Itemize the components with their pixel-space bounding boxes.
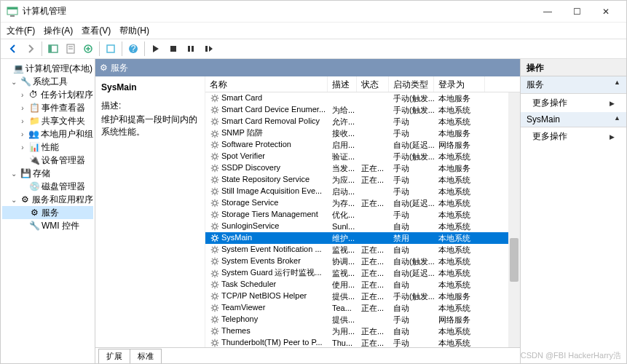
tree-services-apps[interactable]: ⌄⚙服务和应用程序 <box>2 193 93 206</box>
service-row[interactable]: SSDP Discovery当发...正在...手动本地服务 <box>205 162 520 174</box>
menu-view[interactable]: 查看(V) <box>82 25 111 37</box>
svg-rect-2 <box>10 15 15 17</box>
service-row[interactable]: Software Protection启用...自动(延迟...网络服务 <box>205 139 520 151</box>
scrollbar-thumb[interactable] <box>510 238 518 282</box>
tree-disk-manager[interactable]: 💿磁盘管理器 <box>2 180 93 193</box>
svg-rect-1 <box>7 7 17 9</box>
actions-more-1[interactable]: 更多操作▶ <box>521 94 626 112</box>
service-row[interactable]: Storage Service为存...正在...自动(延迟...本地系统 <box>205 197 520 209</box>
actions-more-2[interactable]: 更多操作▶ <box>521 127 626 146</box>
col-status[interactable]: 状态 <box>357 76 389 92</box>
service-row[interactable]: Still Image Acquisition Eve...启动...手动本地系… <box>205 186 520 197</box>
tree-system-tools[interactable]: ⌄🔧系统工具 <box>2 75 93 88</box>
service-row[interactable]: TCP/IP NetBIOS Helper提供...正在...手动(触发...本… <box>205 290 520 302</box>
minimize-button[interactable]: — <box>533 1 562 23</box>
service-row[interactable]: Telephony提供...手动网络服务 <box>205 314 520 325</box>
col-startup[interactable]: 启动类型 <box>389 76 434 92</box>
svg-text:?: ? <box>131 44 136 54</box>
svg-point-30 <box>213 259 216 263</box>
svg-point-19 <box>213 132 216 135</box>
svg-point-33 <box>213 294 216 298</box>
gear-icon: ⚙ <box>100 63 108 73</box>
service-row[interactable]: Task Scheduler使用...正在...自动本地系统 <box>205 279 520 290</box>
tree-services[interactable]: ⚙服务 <box>2 206 93 219</box>
svg-rect-12 <box>170 46 176 52</box>
play-button[interactable] <box>148 41 164 57</box>
forward-button[interactable] <box>23 41 39 57</box>
service-row[interactable]: SysMain维护...禁用本地系统 <box>205 232 520 244</box>
column-headers: 名称 描述 状态 启动类型 登录为 <box>205 76 520 92</box>
tree-root[interactable]: 💻计算机管理(本地) <box>2 62 93 75</box>
tree-event-viewer[interactable]: ›📋事件查看器 <box>2 101 93 114</box>
restart-button[interactable] <box>200 41 216 57</box>
tree-shared-folders[interactable]: ›📁共享文件夹 <box>2 114 93 127</box>
tree-performance[interactable]: ›📊性能 <box>2 141 93 154</box>
nav-tree: 💻计算机管理(本地) ⌄🔧系统工具 ›⏱任务计划程序 ›📋事件查看器 ›📁共享文… <box>1 59 95 363</box>
svg-point-25 <box>213 201 216 205</box>
menubar: 文件(F) 操作(A) 查看(V) 帮助(H) <box>1 23 626 39</box>
back-button[interactable] <box>5 41 21 57</box>
svg-rect-13 <box>188 46 190 52</box>
service-row[interactable]: System Event Notification ...监视...正在...自… <box>205 244 520 256</box>
service-row[interactable]: Smart Card Device Enumer...为给...手动(触发...… <box>205 104 520 116</box>
col-name[interactable]: 名称 <box>205 76 328 92</box>
tree-storage[interactable]: ⌄💾存储 <box>2 167 93 180</box>
menu-file[interactable]: 文件(F) <box>7 25 35 37</box>
col-logon[interactable]: 登录为 <box>434 76 485 92</box>
service-row[interactable]: Smart Card Removal Policy允许...手动本地系统 <box>205 116 520 127</box>
chevron-right-icon: ▶ <box>610 133 615 141</box>
stop-button[interactable] <box>165 41 181 57</box>
tree-wmi[interactable]: 🔧WMI 控件 <box>2 219 93 232</box>
service-row[interactable]: Storage Tiers Management优化...手动本地系统 <box>205 209 520 221</box>
watermark: CSDN @FBI HackerHarry浩 <box>521 350 621 361</box>
help-button[interactable]: ? <box>125 41 141 57</box>
tree-task-scheduler[interactable]: ›⏱任务计划程序 <box>2 88 93 101</box>
tab-extended[interactable]: 扩展 <box>98 349 130 363</box>
svg-point-29 <box>213 248 216 251</box>
service-row[interactable]: Smart Card手动(触发...本地服务 <box>205 92 520 104</box>
tree-device-manager[interactable]: 🔌设备管理器 <box>2 154 93 167</box>
svg-point-18 <box>213 119 216 123</box>
toolbar: ? <box>1 39 626 59</box>
actions-group-services[interactable]: 服务▲ <box>521 76 626 94</box>
menu-action[interactable]: 操作(A) <box>44 25 73 37</box>
svg-point-22 <box>213 166 216 170</box>
svg-point-27 <box>213 224 216 228</box>
svg-point-37 <box>213 341 216 344</box>
svg-rect-14 <box>192 46 194 52</box>
vertical-scrollbar[interactable] <box>508 92 520 347</box>
detail-desc-label: 描述: <box>101 100 199 112</box>
properties-button[interactable] <box>63 41 79 57</box>
service-row[interactable]: TeamViewerTea...正在...自动本地系统 <box>205 302 520 314</box>
service-row[interactable]: State Repository Service为应...正在...手动本地系统 <box>205 174 520 186</box>
close-button[interactable]: ✕ <box>591 1 620 23</box>
svg-rect-9 <box>107 45 114 52</box>
svg-point-21 <box>213 154 216 158</box>
export-button[interactable] <box>80 41 96 57</box>
col-desc[interactable]: 描述 <box>328 76 357 92</box>
maximize-button[interactable]: ☐ <box>562 1 591 23</box>
tab-standard[interactable]: 标准 <box>130 349 162 363</box>
service-row[interactable]: Thunderbolt(TM) Peer to P...Thu...正在...手… <box>205 337 520 347</box>
actions-header: 操作 <box>521 59 626 76</box>
menu-help[interactable]: 帮助(H) <box>119 25 149 37</box>
detail-name: SysMain <box>101 82 199 92</box>
svg-rect-4 <box>49 45 52 52</box>
tree-local-users[interactable]: ›👥本地用户和组 <box>2 127 93 141</box>
refresh-button[interactable] <box>103 41 119 57</box>
pause-button[interactable] <box>183 41 199 57</box>
service-row[interactable]: Themes为用...正在...自动本地系统 <box>205 325 520 337</box>
service-detail: SysMain 描述: 维护和提高一段时间内的系统性能。 <box>95 76 205 347</box>
service-row[interactable]: Spot Verifier验证...手动(触发...本地系统 <box>205 151 520 162</box>
service-row[interactable]: SunloginServiceSunl...自动本地系统 <box>205 221 520 232</box>
svg-point-28 <box>213 236 216 240</box>
services-pane-header: ⚙ 服务 <box>95 59 520 76</box>
svg-point-20 <box>213 143 216 146</box>
show-hide-button[interactable] <box>45 41 61 57</box>
service-row[interactable]: System Guard 运行时监视...监视...正在...自动(延迟...本… <box>205 267 520 279</box>
detail-desc: 维护和提高一段时间内的系统性能。 <box>101 114 199 138</box>
service-row[interactable]: SNMP 陷阱接收...手动本地服务 <box>205 127 520 139</box>
view-tabs: 扩展 标准 <box>95 347 520 363</box>
actions-group-sysmain[interactable]: SysMain▲ <box>521 112 626 127</box>
service-row[interactable]: System Events Broker协调...正在...自动(触发...本地… <box>205 256 520 267</box>
